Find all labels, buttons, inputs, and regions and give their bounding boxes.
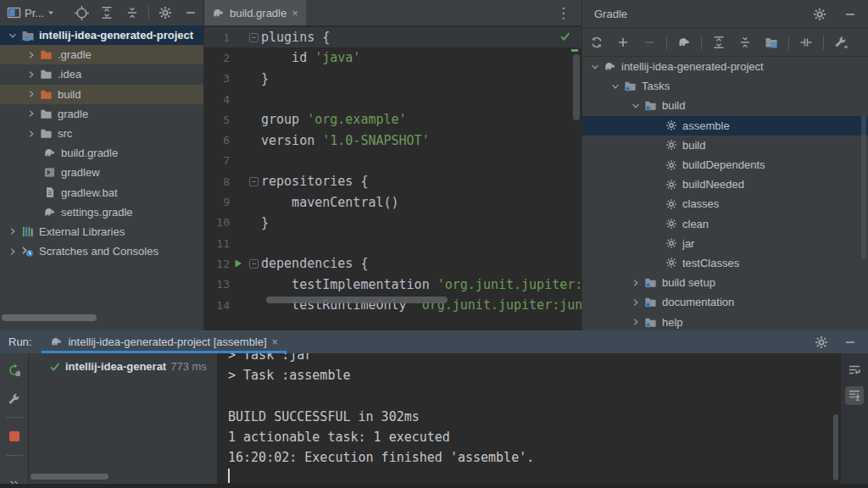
chevron-down-icon[interactable] <box>608 81 623 92</box>
tree-item[interactable]: build <box>0 85 203 104</box>
run-gutter-icon[interactable] <box>234 259 242 268</box>
collapse-all-icon[interactable] <box>736 33 754 52</box>
chevron-right-icon[interactable] <box>628 297 643 308</box>
expand-all-icon[interactable] <box>709 33 728 52</box>
stop-button[interactable] <box>5 427 24 446</box>
tree-item[interactable]: buildNeeded <box>582 175 868 194</box>
project-view-selector[interactable]: Pr... <box>7 6 54 19</box>
tree-item[interactable]: intellij-idea-generated-project <box>582 57 868 76</box>
collapse-all-button[interactable] <box>123 3 142 22</box>
toggle-script-icon[interactable] <box>797 33 815 52</box>
run-tree-item[interactable]: intellij-idea-generat 773 ms <box>29 357 217 376</box>
toolbar-separator <box>6 417 23 418</box>
tree-item[interactable]: gradlew <box>0 163 203 182</box>
remove-icon[interactable] <box>640 33 659 52</box>
code-line[interactable]: 9 mavenCentral() <box>204 191 581 212</box>
locate-file-button[interactable] <box>72 3 91 22</box>
run-console[interactable]: > Task :jar> Task :assemble BUILD SUCCES… <box>217 353 841 469</box>
code-line[interactable]: 3} <box>204 69 581 89</box>
run-tree-hscrollbar[interactable] <box>31 474 108 480</box>
settings-gear-icon[interactable] <box>156 3 175 22</box>
editor-tab-build-gradle[interactable]: build.gradle × <box>204 0 306 25</box>
fold-marker-icon[interactable] <box>247 75 261 83</box>
fold-marker-icon[interactable] <box>247 259 261 269</box>
hide-panel-button[interactable] <box>841 5 860 24</box>
code-line[interactable]: 10} <box>204 213 581 233</box>
settings-gear-icon[interactable] <box>810 5 829 24</box>
tree-item[interactable]: gradle <box>0 104 203 124</box>
tree-item[interactable]: buildDependents <box>582 155 868 175</box>
tree-item[interactable]: External Libraries <box>0 222 203 241</box>
rerun-button[interactable] <box>5 361 24 380</box>
editor-options-kebab-icon[interactable]: ⋮ <box>556 4 571 22</box>
tree-item[interactable]: clean <box>582 214 868 234</box>
chevron-right-icon[interactable] <box>24 69 39 80</box>
add-icon[interactable] <box>614 33 632 52</box>
chevron-right-icon[interactable] <box>24 129 39 139</box>
chevron-right-icon[interactable] <box>24 50 39 60</box>
chevron-right-icon[interactable] <box>5 226 20 236</box>
tree-item[interactable]: intellij-idea-generated-project <box>0 25 203 45</box>
code-line[interactable]: 5group 'org.example' <box>204 109 581 130</box>
chevron-down-icon[interactable] <box>5 30 20 41</box>
tree-item[interactable]: Scratches and Consoles <box>0 241 203 261</box>
fold-marker-icon[interactable] <box>247 33 261 42</box>
code-line[interactable]: 7 <box>204 151 581 171</box>
refresh-icon[interactable] <box>587 33 606 52</box>
chevron-down-icon[interactable] <box>628 101 643 111</box>
project-hscrollbar[interactable] <box>2 314 97 321</box>
wrench-dropdown-icon[interactable] <box>832 33 850 52</box>
code-line[interactable]: 2 id 'java' <box>204 47 581 68</box>
code-line[interactable]: 4 <box>204 89 581 109</box>
tree-item[interactable]: classes <box>582 194 868 214</box>
console-vscrollbar[interactable] <box>833 414 838 480</box>
chevron-right-icon[interactable] <box>628 278 643 288</box>
code-line[interactable]: 1plugins { <box>204 27 581 47</box>
code-line[interactable]: 6version '1.0-SNAPSHOT' <box>204 130 581 150</box>
code-line[interactable]: 12dependencies { <box>204 253 581 274</box>
tree-item[interactable]: build <box>582 96 868 115</box>
tree-item[interactable]: src <box>0 124 203 143</box>
tree-item[interactable]: documentation <box>582 292 868 312</box>
gradle-vscrollbar[interactable] <box>861 115 866 259</box>
build-settings-wrench-icon[interactable] <box>5 389 24 408</box>
tree-item[interactable]: help <box>582 312 868 330</box>
chevron-down-icon[interactable] <box>587 62 603 72</box>
tree-item[interactable]: Tasks <box>582 76 868 96</box>
code-line[interactable]: 8repositories { <box>204 171 581 191</box>
fold-marker-icon[interactable] <box>247 219 261 227</box>
tree-item[interactable]: testClasses <box>582 253 868 273</box>
tree-item[interactable]: .idea <box>0 64 203 84</box>
code-line[interactable]: 13 testImplementation 'org.junit.jupiter… <box>204 274 581 295</box>
tree-item[interactable]: .gradle <box>0 45 203 64</box>
hide-panel-button[interactable] <box>841 333 860 352</box>
close-tab-icon[interactable]: × <box>272 336 279 347</box>
tree-item[interactable]: assemble <box>582 116 868 136</box>
tree-item[interactable]: jar <box>582 234 868 253</box>
tree-item[interactable]: settings.gradle <box>0 202 203 222</box>
chevron-right-icon[interactable] <box>628 317 643 327</box>
tree-item[interactable]: build setup <box>582 273 868 292</box>
scroll-to-end-icon[interactable] <box>845 386 864 405</box>
line-number: 14 <box>204 299 230 312</box>
editor-hscrollbar[interactable] <box>266 297 448 303</box>
code-area[interactable]: 1plugins {2 id 'java'3}45group 'org.exam… <box>204 27 581 315</box>
fold-marker-icon[interactable] <box>247 177 261 186</box>
execute-task-icon[interactable] <box>675 33 693 52</box>
tree-item[interactable]: build <box>582 136 868 155</box>
hide-panel-button[interactable] <box>181 3 200 22</box>
tree-item[interactable]: gradlew.bat <box>0 183 203 202</box>
editor-vscrollbar[interactable] <box>573 54 580 120</box>
chevron-right-icon[interactable] <box>24 89 39 99</box>
soft-wrap-icon[interactable] <box>845 361 864 380</box>
group-modules-icon[interactable] <box>762 33 781 52</box>
inspections-ok-icon[interactable] <box>559 30 571 42</box>
run-tab[interactable]: intellij-idea-generated-project [assembl… <box>42 330 287 353</box>
code-line[interactable]: 11 <box>204 233 581 253</box>
expand-all-button[interactable] <box>97 3 116 22</box>
settings-gear-icon[interactable] <box>812 333 831 352</box>
close-tab-icon[interactable]: × <box>292 8 298 19</box>
chevron-right-icon[interactable] <box>24 108 39 119</box>
tree-item[interactable]: build.gradle <box>0 143 203 163</box>
chevron-right-icon[interactable] <box>5 247 20 257</box>
